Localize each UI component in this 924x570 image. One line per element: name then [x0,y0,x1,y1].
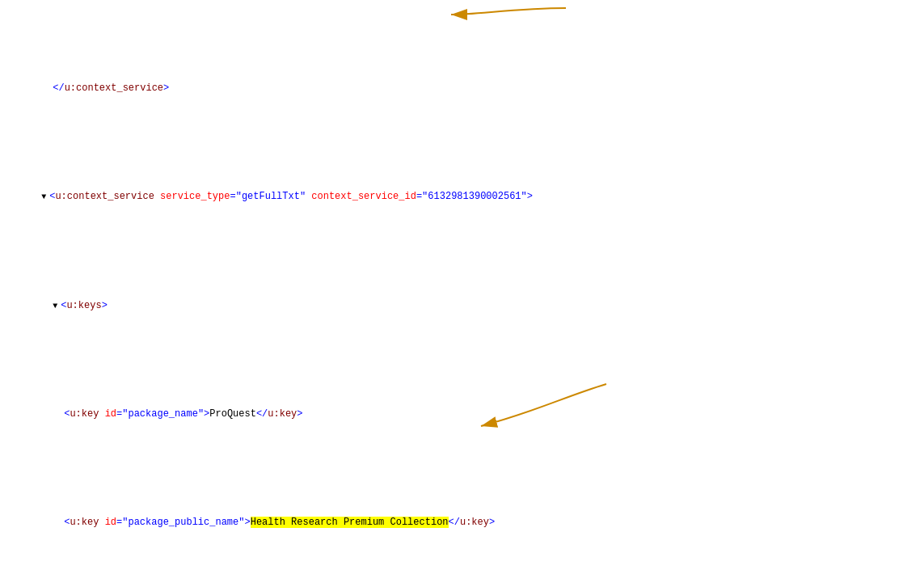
tag: u:context_service [65,82,163,94]
xml-line-2: ▼<u:context_service service_type="getFul… [6,174,918,221]
bracket: </ [53,82,64,94]
tag: u:key [460,517,489,528]
tag: u:context_service [55,191,154,202]
highlighted-text: Health Research Premium Collection [251,517,449,528]
bracket: "> [198,408,209,420]
attr-val: package_name [128,408,197,420]
bracket: > [489,517,495,528]
attr: id [105,408,116,420]
fold-triangle[interactable]: ▼ [53,300,61,313]
bracket: > [102,300,108,311]
tag: u:keys [66,300,101,311]
bracket: > [297,408,302,420]
bracket: </ [256,408,268,420]
xml-viewer: </u:context_service> ▼<u:context_service… [0,0,924,570]
xml-content: </u:context_service> ▼<u:context_service… [0,0,924,570]
xml-line-3: ▼<u:keys> [6,282,918,329]
tag: u:key [70,408,99,420]
attr: context_service_id [311,191,416,202]
bracket: =" [416,191,428,202]
bracket: </ [449,517,460,528]
xml-line-1: </u:context_service> [6,65,918,112]
fold-triangle[interactable]: ▼ [41,191,49,204]
bracket: "> [521,191,533,202]
tag: u:key [268,408,297,420]
bracket: =" [230,191,241,202]
attr: service_type [160,191,230,202]
bracket: "> [238,517,250,528]
xml-line-4: <u:key id="package_name">ProQuest</u:key… [6,391,918,438]
tag: u:key [70,517,99,528]
attr-val: 6132981390002561 [428,191,521,202]
attr-val: getFullTxt [242,191,300,202]
bracket: " [300,191,306,202]
attr-val: package_public_name [128,517,238,528]
bracket: > [163,82,169,94]
bracket: =" [116,517,128,528]
attr: id [105,517,116,528]
xml-line-5: <u:key id="package_public_name">Health R… [6,500,918,547]
bracket: =" [116,408,128,420]
text: ProQuest [209,408,256,420]
